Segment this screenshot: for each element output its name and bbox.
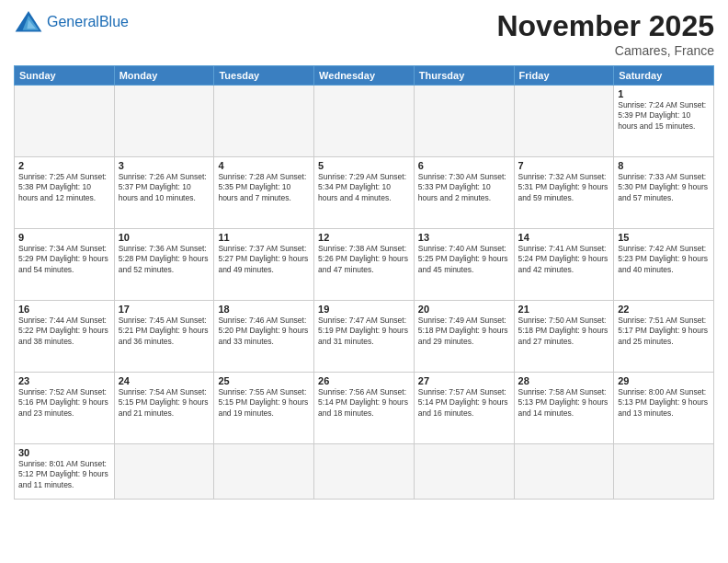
day-info: Sunrise: 7:45 AM Sunset: 5:21 PM Dayligh…	[119, 316, 210, 347]
calendar-cell	[314, 444, 415, 500]
day-number: 28	[518, 375, 610, 386]
day-header-wednesday: Wednesday	[314, 66, 415, 86]
day-number: 4	[218, 160, 310, 171]
calendar-cell: 28Sunrise: 7:58 AM Sunset: 5:13 PM Dayli…	[514, 373, 614, 444]
day-info: Sunrise: 8:00 AM Sunset: 5:13 PM Dayligh…	[618, 387, 710, 419]
day-number: 9	[18, 232, 110, 243]
day-info: Sunrise: 7:42 AM Sunset: 5:23 PM Dayligh…	[618, 244, 710, 275]
calendar-cell: 14Sunrise: 7:41 AM Sunset: 5:24 PM Dayli…	[514, 229, 614, 301]
calendar-cell: 2Sunrise: 7:25 AM Sunset: 5:38 PM Daylig…	[15, 157, 115, 229]
calendar-cell: 7Sunrise: 7:32 AM Sunset: 5:31 PM Daylig…	[514, 157, 614, 229]
day-number: 13	[418, 232, 510, 243]
day-info: Sunrise: 7:37 AM Sunset: 5:27 PM Dayligh…	[218, 244, 310, 275]
calendar-cell: 15Sunrise: 7:42 AM Sunset: 5:23 PM Dayli…	[614, 229, 714, 301]
day-number: 25	[218, 375, 310, 386]
calendar-cell: 4Sunrise: 7:28 AM Sunset: 5:35 PM Daylig…	[214, 157, 314, 229]
day-info: Sunrise: 7:34 AM Sunset: 5:29 PM Dayligh…	[18, 244, 110, 275]
calendar-cell	[314, 86, 415, 157]
week-row-1: 1Sunrise: 7:24 AM Sunset: 5:39 PM Daylig…	[15, 86, 714, 157]
day-number: 18	[218, 304, 310, 315]
day-header-sunday: Sunday	[15, 66, 115, 86]
calendar-cell	[514, 86, 614, 157]
page: GeneralBlue November 2025 Camares, Franc…	[0, 0, 728, 563]
calendar-cell: 21Sunrise: 7:50 AM Sunset: 5:18 PM Dayli…	[514, 301, 614, 373]
day-number: 22	[618, 304, 710, 315]
day-info: Sunrise: 7:54 AM Sunset: 5:15 PM Dayligh…	[119, 387, 210, 419]
calendar-cell	[514, 444, 614, 500]
day-header-tuesday: Tuesday	[214, 66, 314, 86]
day-info: Sunrise: 7:40 AM Sunset: 5:25 PM Dayligh…	[418, 244, 510, 275]
calendar-cell: 22Sunrise: 7:51 AM Sunset: 5:17 PM Dayli…	[614, 301, 714, 373]
calendar-cell	[114, 444, 214, 500]
week-row-3: 9Sunrise: 7:34 AM Sunset: 5:29 PM Daylig…	[15, 229, 714, 301]
day-info: Sunrise: 7:41 AM Sunset: 5:24 PM Dayligh…	[518, 244, 610, 275]
day-number: 16	[18, 304, 110, 315]
calendar-cell: 17Sunrise: 7:45 AM Sunset: 5:21 PM Dayli…	[114, 301, 214, 373]
day-number: 26	[318, 375, 410, 386]
day-info: Sunrise: 7:49 AM Sunset: 5:18 PM Dayligh…	[418, 316, 510, 347]
day-info: Sunrise: 7:58 AM Sunset: 5:13 PM Dayligh…	[518, 387, 610, 419]
day-info: Sunrise: 7:36 AM Sunset: 5:28 PM Dayligh…	[119, 244, 210, 275]
week-row-2: 2Sunrise: 7:25 AM Sunset: 5:38 PM Daylig…	[15, 157, 714, 229]
calendar-cell	[15, 86, 115, 157]
day-info: Sunrise: 7:55 AM Sunset: 5:15 PM Dayligh…	[218, 387, 310, 419]
logo-text: GeneralBlue	[47, 13, 129, 30]
day-number: 24	[119, 375, 210, 386]
day-info: Sunrise: 7:24 AM Sunset: 5:39 PM Dayligh…	[618, 100, 710, 132]
calendar-cell: 8Sunrise: 7:33 AM Sunset: 5:30 PM Daylig…	[614, 157, 714, 229]
logo-icon	[14, 9, 43, 35]
day-info: Sunrise: 7:30 AM Sunset: 5:33 PM Dayligh…	[418, 172, 510, 203]
day-number: 7	[518, 160, 610, 171]
day-number: 20	[418, 304, 510, 315]
day-number: 12	[318, 232, 410, 243]
month-title: November 2025	[496, 9, 714, 43]
day-info: Sunrise: 7:52 AM Sunset: 5:16 PM Dayligh…	[18, 387, 110, 419]
day-number: 3	[119, 160, 210, 171]
day-number: 14	[518, 232, 610, 243]
title-block: November 2025 Camares, France	[496, 9, 714, 58]
calendar-cell: 12Sunrise: 7:38 AM Sunset: 5:26 PM Dayli…	[314, 229, 415, 301]
calendar-cell: 1Sunrise: 7:24 AM Sunset: 5:39 PM Daylig…	[614, 86, 714, 157]
day-header-friday: Friday	[514, 66, 614, 86]
calendar-cell: 26Sunrise: 7:56 AM Sunset: 5:14 PM Dayli…	[314, 373, 415, 444]
day-number: 1	[618, 88, 710, 99]
calendar-cell: 20Sunrise: 7:49 AM Sunset: 5:18 PM Dayli…	[414, 301, 514, 373]
day-number: 23	[18, 375, 110, 386]
day-info: Sunrise: 8:01 AM Sunset: 5:12 PM Dayligh…	[18, 459, 110, 490]
day-header-monday: Monday	[114, 66, 214, 86]
calendar-cell: 3Sunrise: 7:26 AM Sunset: 5:37 PM Daylig…	[114, 157, 214, 229]
calendar-cell: 23Sunrise: 7:52 AM Sunset: 5:16 PM Dayli…	[15, 373, 115, 444]
calendar-cell	[214, 444, 314, 500]
day-number: 10	[119, 232, 210, 243]
calendar-cell	[414, 86, 514, 157]
location: Camares, France	[496, 43, 714, 58]
logo-general: General	[47, 14, 99, 29]
day-info: Sunrise: 7:47 AM Sunset: 5:19 PM Dayligh…	[318, 316, 410, 347]
day-number: 2	[18, 160, 110, 171]
calendar-cell	[114, 86, 214, 157]
day-info: Sunrise: 7:29 AM Sunset: 5:34 PM Dayligh…	[318, 172, 410, 203]
day-info: Sunrise: 7:33 AM Sunset: 5:30 PM Dayligh…	[618, 172, 710, 203]
calendar-cell: 24Sunrise: 7:54 AM Sunset: 5:15 PM Dayli…	[114, 373, 214, 444]
day-info: Sunrise: 7:46 AM Sunset: 5:20 PM Dayligh…	[218, 316, 310, 347]
logo: GeneralBlue	[14, 9, 129, 35]
header: GeneralBlue November 2025 Camares, Franc…	[14, 9, 714, 58]
calendar-cell: 16Sunrise: 7:44 AM Sunset: 5:22 PM Dayli…	[15, 301, 115, 373]
day-info: Sunrise: 7:57 AM Sunset: 5:14 PM Dayligh…	[418, 387, 510, 419]
day-number: 6	[418, 160, 510, 171]
day-number: 21	[518, 304, 610, 315]
calendar-cell	[414, 444, 514, 500]
calendar-cell: 13Sunrise: 7:40 AM Sunset: 5:25 PM Dayli…	[414, 229, 514, 301]
calendar-cell: 5Sunrise: 7:29 AM Sunset: 5:34 PM Daylig…	[314, 157, 415, 229]
calendar-cell: 10Sunrise: 7:36 AM Sunset: 5:28 PM Dayli…	[114, 229, 214, 301]
calendar-cell	[214, 86, 314, 157]
logo-blue: Blue	[99, 14, 129, 29]
day-info: Sunrise: 7:26 AM Sunset: 5:37 PM Dayligh…	[119, 172, 210, 203]
day-number: 11	[218, 232, 310, 243]
week-row-6: 30Sunrise: 8:01 AM Sunset: 5:12 PM Dayli…	[15, 444, 714, 500]
week-row-4: 16Sunrise: 7:44 AM Sunset: 5:22 PM Dayli…	[15, 301, 714, 373]
day-info: Sunrise: 7:44 AM Sunset: 5:22 PM Dayligh…	[18, 316, 110, 347]
day-info: Sunrise: 7:32 AM Sunset: 5:31 PM Dayligh…	[518, 172, 610, 203]
day-number: 30	[18, 447, 110, 458]
day-number: 29	[618, 375, 710, 386]
